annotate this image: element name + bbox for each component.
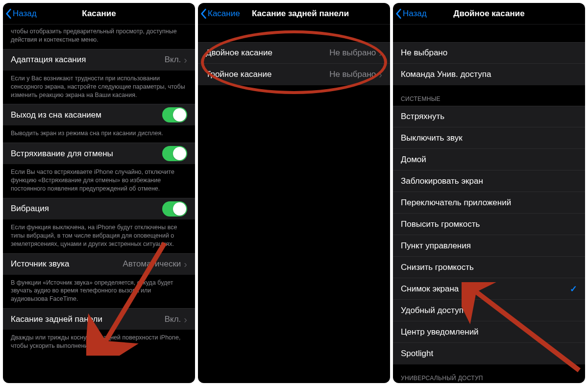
system-option-row[interactable]: Центр уведомлений: [393, 321, 585, 343]
system-option-row[interactable]: Домой: [393, 149, 585, 170]
row-shake-to-undo[interactable]: Встряхивание для отмены: [3, 143, 195, 164]
system-option-row[interactable]: Повысить громкость: [393, 214, 585, 235]
screen-touch: Назад Касание чтобы отобразить предварит…: [3, 3, 195, 383]
chevron-left-icon: [5, 8, 12, 19]
toggle-switch[interactable]: [162, 107, 187, 122]
footer-text: Если у Вас возникают трудности при испол…: [3, 71, 195, 104]
back-button[interactable]: Назад: [395, 3, 427, 24]
intro-footer: чтобы отобразить предварительный просмот…: [3, 24, 195, 49]
chevron-left-icon: [200, 8, 207, 19]
system-option-row[interactable]: Встряхнуть: [393, 106, 585, 127]
system-option-row[interactable]: Пункт управления: [393, 235, 585, 257]
system-option-row[interactable]: Spotlight: [393, 343, 585, 364]
chevron-right-icon: ›: [379, 48, 382, 58]
screen-back-tap: Касание Касание задней панели Двойное ка…: [198, 3, 390, 383]
system-option-row[interactable]: Снимок экрана✓: [393, 278, 585, 300]
checkmark-icon: ✓: [570, 284, 577, 294]
footer-text: Выводить экран из режима сна при касании…: [3, 125, 195, 143]
navbar: Касание Касание задней панели: [198, 3, 390, 24]
chevron-right-icon: ›: [184, 55, 187, 65]
footer-text: В функции «Источник звука» определяется,…: [3, 275, 195, 309]
navbar: Назад Касание: [3, 3, 195, 24]
system-option-row[interactable]: Переключатель приложений: [393, 192, 585, 214]
footer-text: Если Вы часто встряхиваете iPhone случай…: [3, 164, 195, 198]
row-audio-source[interactable]: Источник звука Автоматически ›: [3, 253, 195, 275]
row-tap-to-wake[interactable]: Выход из сна касанием: [3, 104, 195, 125]
chevron-left-icon: [395, 8, 402, 19]
footer-text: Дважды или трижды коснуться задней повер…: [3, 330, 195, 355]
system-option-row[interactable]: Удобный доступ: [393, 300, 585, 321]
system-option-row[interactable]: Снизить громкость: [393, 257, 585, 278]
footer-text: Если функция выключена, на iPhone будут …: [3, 219, 195, 253]
chevron-right-icon: ›: [379, 70, 382, 79]
screen-double-tap: Назад Двойное касание Не выбраноКоманда …: [393, 3, 585, 383]
row-double-tap[interactable]: Двойное касание Не выбрано ›: [198, 42, 390, 64]
row-triple-tap[interactable]: Тройное касание Не выбрано ›: [198, 64, 390, 85]
toggle-switch[interactable]: [162, 146, 187, 161]
row-back-tap[interactable]: Касание задней панели Вкл. ›: [3, 308, 195, 330]
chevron-right-icon: ›: [184, 259, 187, 269]
system-option-row[interactable]: Выключить звук: [393, 127, 585, 149]
toggle-switch[interactable]: [162, 201, 187, 217]
section-header-system: СИСТЕМНЫЕ: [393, 85, 585, 106]
row-vibration[interactable]: Вибрация: [3, 198, 195, 219]
content: Не выбраноКоманда Унив. доступа СИСТЕМНЫ…: [393, 24, 585, 383]
back-button[interactable]: Назад: [5, 3, 37, 24]
back-button[interactable]: Касание: [200, 3, 240, 24]
option-row[interactable]: Команда Унив. доступа: [393, 64, 585, 85]
navbar: Назад Двойное касание: [393, 3, 585, 24]
row-touch-accommodations[interactable]: Адаптация касания Вкл. ›: [3, 49, 195, 71]
option-row[interactable]: Не выбрано: [393, 42, 585, 64]
content: чтобы отобразить предварительный просмот…: [3, 24, 195, 383]
back-label: Назад: [403, 9, 427, 19]
system-option-row[interactable]: Заблокировать экран: [393, 170, 585, 192]
section-header-accessibility: УНИВЕРСАЛЬНЫЙ ДОСТУП: [393, 364, 585, 383]
back-label: Касание: [208, 9, 240, 19]
back-label: Назад: [13, 9, 37, 19]
chevron-right-icon: ›: [184, 314, 187, 324]
content: Двойное касание Не выбрано › Тройное кас…: [198, 24, 390, 383]
